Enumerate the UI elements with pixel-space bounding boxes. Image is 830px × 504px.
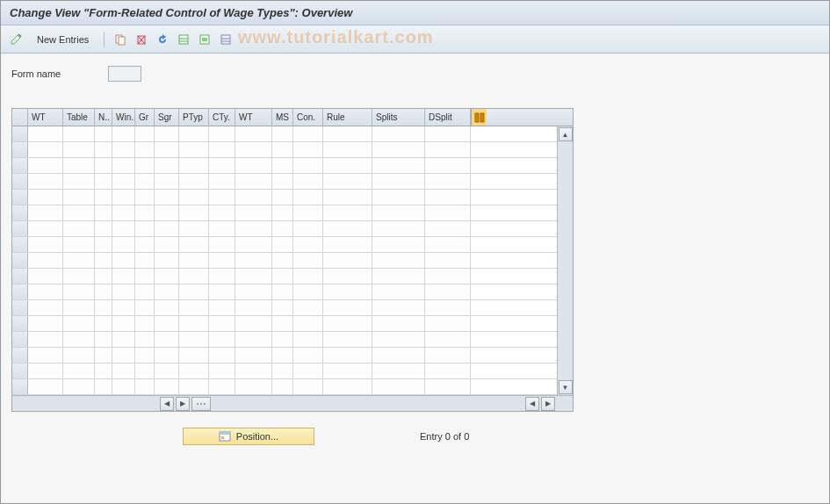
delete-icon[interactable] (133, 31, 150, 48)
cell-cty[interactable] (209, 174, 235, 189)
cell-gr[interactable] (135, 253, 155, 268)
cell-gr[interactable] (135, 237, 155, 252)
cell-wt1[interactable] (28, 126, 63, 141)
cell-cty[interactable] (209, 300, 235, 315)
cell-rule[interactable] (323, 332, 372, 347)
table-row[interactable] (12, 205, 557, 221)
row-selector[interactable] (12, 316, 28, 331)
cell-wt1[interactable] (28, 221, 63, 236)
cell-rule[interactable] (323, 300, 372, 315)
cell-dsplit[interactable] (425, 348, 471, 363)
cell-rule[interactable] (323, 348, 372, 363)
cell-wt1[interactable] (28, 379, 63, 394)
cell-con[interactable] (293, 237, 323, 252)
cell-ptyp[interactable] (179, 332, 209, 347)
cell-wt2[interactable] (235, 158, 272, 173)
row-selector[interactable] (12, 300, 28, 315)
cell-win[interactable] (112, 237, 135, 252)
cell-wt1[interactable] (28, 364, 63, 378)
cell-gr[interactable] (135, 379, 155, 394)
cell-n[interactable] (95, 237, 112, 252)
table-row[interactable] (12, 158, 557, 174)
cell-wt2[interactable] (235, 253, 272, 268)
cell-table[interactable] (63, 158, 95, 173)
cell-rule[interactable] (323, 253, 372, 268)
cell-dsplit[interactable] (425, 126, 471, 141)
cell-sgr[interactable] (155, 142, 179, 157)
cell-dsplit[interactable] (425, 237, 471, 252)
cell-con[interactable] (293, 190, 323, 205)
cell-sgr[interactable] (155, 332, 179, 347)
cell-table[interactable] (63, 364, 95, 378)
cell-win[interactable] (112, 142, 135, 157)
column-header-wt1[interactable]: WT (28, 109, 63, 126)
row-selector[interactable] (12, 284, 28, 299)
cell-cty[interactable] (209, 237, 235, 252)
horizontal-scrollbar[interactable]: ◀ ▶ ◀ ▶ (12, 395, 573, 411)
cell-n[interactable] (95, 126, 112, 141)
table-row[interactable] (12, 174, 557, 190)
cell-ptyp[interactable] (179, 348, 209, 363)
cell-con[interactable] (293, 348, 323, 363)
form-name-input[interactable] (108, 66, 141, 82)
cell-wt1[interactable] (28, 174, 63, 189)
cell-sgr[interactable] (155, 253, 179, 268)
cell-ms[interactable] (272, 269, 293, 284)
cell-n[interactable] (95, 269, 112, 284)
cell-sgr[interactable] (155, 316, 179, 331)
cell-ptyp[interactable] (179, 237, 209, 252)
cell-win[interactable] (112, 158, 135, 173)
table-row[interactable] (12, 379, 557, 395)
row-selector[interactable] (12, 126, 28, 141)
cell-dsplit[interactable] (425, 332, 471, 347)
table-row[interactable] (12, 269, 557, 284)
cell-ptyp[interactable] (179, 174, 209, 189)
copy-icon[interactable] (112, 31, 129, 48)
cell-table[interactable] (63, 253, 95, 268)
toggle-edit-icon[interactable] (8, 31, 25, 48)
cell-n[interactable] (95, 221, 112, 236)
cell-win[interactable] (112, 348, 135, 363)
configure-columns-icon[interactable] (471, 109, 487, 126)
cell-cty[interactable] (209, 221, 235, 236)
cell-win[interactable] (112, 221, 135, 236)
row-selector[interactable] (12, 364, 28, 378)
cell-ms[interactable] (272, 174, 293, 189)
cell-splits[interactable] (372, 190, 425, 205)
table-row[interactable] (12, 300, 557, 316)
cell-win[interactable] (112, 190, 135, 205)
cell-dsplit[interactable] (425, 142, 471, 157)
cell-n[interactable] (95, 284, 112, 299)
cell-gr[interactable] (135, 221, 155, 236)
cell-splits[interactable] (372, 300, 425, 315)
cell-dsplit[interactable] (425, 158, 471, 173)
cell-rule[interactable] (323, 364, 372, 378)
cell-n[interactable] (95, 348, 112, 363)
cell-table[interactable] (63, 269, 95, 284)
cell-wt2[interactable] (235, 190, 272, 205)
cell-ms[interactable] (272, 379, 293, 394)
select-all-icon[interactable] (175, 31, 192, 48)
row-selector-header[interactable] (12, 109, 28, 126)
row-selector[interactable] (12, 269, 28, 284)
cell-ptyp[interactable] (179, 142, 209, 157)
table-row[interactable] (12, 237, 557, 253)
cell-dsplit[interactable] (425, 300, 471, 315)
cell-n[interactable] (95, 379, 112, 394)
cell-gr[interactable] (135, 316, 155, 331)
scroll-left-icon[interactable]: ◀ (160, 397, 174, 411)
scroll-down-icon[interactable]: ▼ (559, 380, 573, 394)
table-row[interactable] (12, 364, 557, 379)
cell-table[interactable] (63, 300, 95, 315)
cell-wt2[interactable] (235, 348, 272, 363)
cell-wt2[interactable] (235, 332, 272, 347)
cell-cty[interactable] (209, 364, 235, 378)
cell-wt2[interactable] (235, 142, 272, 157)
cell-wt2[interactable] (235, 284, 272, 299)
cell-sgr[interactable] (155, 284, 179, 299)
cell-wt2[interactable] (235, 379, 272, 394)
row-selector[interactable] (12, 142, 28, 157)
cell-gr[interactable] (135, 126, 155, 141)
new-entries-button[interactable]: New Entries (29, 32, 97, 47)
cell-rule[interactable] (323, 142, 372, 157)
